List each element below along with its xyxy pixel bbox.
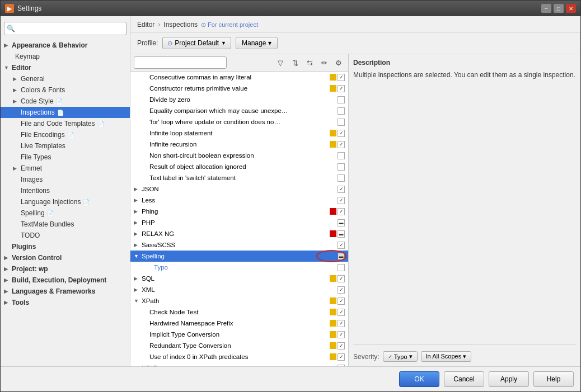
profile-icon: ⊙ bbox=[167, 40, 172, 47]
sidebar-item-emmet[interactable]: ▶ Emmet bbox=[1, 163, 130, 174]
inspection-checkbox[interactable] bbox=[338, 152, 345, 159]
list-item[interactable]: ▶ XSLT bbox=[130, 362, 348, 366]
list-item[interactable]: Infinite recursion bbox=[130, 139, 348, 150]
sidebar-item-file-code-templates[interactable]: File and Code Templates 📄 bbox=[1, 118, 130, 129]
inspection-checkbox[interactable] bbox=[338, 309, 345, 316]
inspection-checkbox[interactable] bbox=[338, 141, 345, 148]
inspection-checkbox[interactable] bbox=[338, 197, 345, 204]
inspection-checkbox[interactable] bbox=[338, 85, 345, 92]
cancel-button[interactable]: Cancel bbox=[444, 371, 484, 387]
inspection-checkbox[interactable] bbox=[338, 320, 345, 327]
inspection-checkbox[interactable] bbox=[338, 253, 345, 260]
sidebar-item-file-encodings[interactable]: File Encodings 📄 bbox=[1, 129, 130, 140]
inspection-checkbox[interactable] bbox=[338, 130, 345, 137]
close-button[interactable]: ✕ bbox=[566, 4, 576, 13]
inspection-checkbox[interactable] bbox=[338, 163, 345, 171]
inspection-checkbox[interactable] bbox=[338, 230, 345, 238]
edit-button[interactable]: ✏ bbox=[318, 56, 330, 69]
inspection-checkbox[interactable] bbox=[338, 342, 345, 350]
list-item[interactable]: ▶ SQL bbox=[130, 273, 348, 284]
inspection-checkbox[interactable] bbox=[338, 74, 345, 81]
list-item[interactable]: Text label in 'switch' statement bbox=[130, 172, 348, 183]
sidebar-item-colors-fonts[interactable]: ▶ Colors & Fonts bbox=[1, 84, 130, 96]
scope-dropdown-button[interactable]: In All Scopes ▾ bbox=[421, 351, 472, 362]
inspection-checkbox[interactable] bbox=[338, 264, 345, 271]
list-item[interactable]: Infinite loop statement bbox=[130, 127, 348, 139]
list-item[interactable]: Equality comparison which may cause unex… bbox=[130, 105, 348, 116]
profile-dropdown-button[interactable]: ⊙ Project Default ▼ bbox=[162, 37, 231, 49]
list-item[interactable]: Divide by zero bbox=[130, 94, 348, 105]
list-item[interactable]: Typo bbox=[130, 262, 348, 273]
inspection-checkbox[interactable] bbox=[338, 96, 345, 103]
sidebar-item-textmate[interactable]: TextMate Bundles bbox=[1, 219, 130, 230]
expand-all-button[interactable]: ⇅ bbox=[289, 56, 301, 69]
list-item[interactable]: ▶ PHP bbox=[130, 217, 348, 228]
sidebar-item-appearance[interactable]: ▶ Appearance & Behavior bbox=[1, 40, 130, 51]
apply-button[interactable]: Apply bbox=[489, 371, 529, 387]
list-item-spelling[interactable]: ▼ Spelling bbox=[130, 251, 348, 262]
list-item[interactable]: ▶ Phing bbox=[130, 206, 348, 217]
sidebar-item-inspections[interactable]: Inspections 📄 bbox=[1, 107, 130, 118]
sidebar-item-plugins[interactable]: Plugins bbox=[1, 241, 130, 252]
inspection-checkbox[interactable] bbox=[338, 119, 345, 126]
list-item[interactable]: 'for' loop where update or condition doe… bbox=[130, 116, 348, 127]
inspection-checkbox[interactable] bbox=[338, 242, 345, 249]
list-item[interactable]: ▶ XML bbox=[130, 284, 348, 295]
inspection-checkbox[interactable] bbox=[338, 297, 345, 305]
list-item[interactable]: ▶ RELAX NG bbox=[130, 228, 348, 239]
sidebar-item-language-injections[interactable]: Language Injections 📄 bbox=[1, 196, 130, 207]
list-item[interactable]: ▶ JSON bbox=[130, 183, 348, 195]
list-item[interactable]: ▼ XPath bbox=[130, 295, 348, 306]
sidebar-item-live-templates[interactable]: Live Templates bbox=[1, 140, 130, 152]
list-item[interactable]: ▶ Sass/SCSS bbox=[130, 239, 348, 251]
sidebar-item-build[interactable]: ▶ Build, Execution, Deployment bbox=[1, 275, 130, 286]
sidebar-item-file-types[interactable]: File Types bbox=[1, 152, 130, 163]
sidebar-item-version-control[interactable]: ▶ Version Control bbox=[1, 252, 130, 263]
ok-button[interactable]: OK bbox=[399, 371, 439, 387]
page-icon: 📄 bbox=[47, 210, 54, 216]
sidebar-item-label: Language Injections bbox=[21, 198, 81, 206]
for-current-project-link[interactable]: ⊙ For current project bbox=[201, 21, 258, 29]
help-button[interactable]: Help bbox=[533, 371, 574, 387]
minimize-button[interactable]: − bbox=[541, 4, 551, 13]
list-item[interactable]: Result of object allocation ignored bbox=[130, 161, 348, 172]
inspection-checkbox[interactable] bbox=[338, 353, 345, 361]
sidebar-item-todo[interactable]: TODO bbox=[1, 230, 130, 241]
collapse-all-button[interactable]: ⇆ bbox=[303, 56, 316, 69]
list-item[interactable]: Redundant Type Conversion bbox=[130, 340, 348, 351]
manage-button[interactable]: Manage ▾ bbox=[236, 37, 278, 49]
inspection-checkbox[interactable] bbox=[338, 275, 345, 282]
sidebar-item-general[interactable]: ▶ General bbox=[1, 73, 130, 84]
list-item[interactable]: Check Node Test bbox=[130, 306, 348, 318]
filter-button[interactable]: ▽ bbox=[274, 56, 287, 69]
sidebar-item-project[interactable]: ▶ Project: wp bbox=[1, 263, 130, 275]
settings-button[interactable]: ⚙ bbox=[332, 56, 345, 69]
sidebar-search-input[interactable] bbox=[4, 22, 126, 35]
list-item[interactable]: Implicit Type Conversion bbox=[130, 329, 348, 340]
sidebar-item-code-style[interactable]: ▶ Code Style 📄 bbox=[1, 96, 130, 107]
sidebar-item-tools[interactable]: ▶ Tools bbox=[1, 297, 130, 308]
inspections-search-input[interactable] bbox=[134, 56, 227, 69]
inspections-scroll[interactable]: Consecutive commas in array literal Cons… bbox=[130, 72, 348, 366]
inspection-checkbox[interactable] bbox=[338, 186, 345, 193]
inspection-checkbox[interactable] bbox=[338, 286, 345, 294]
list-item[interactable]: Hardwired Namespace Prefix bbox=[130, 318, 348, 329]
maximize-button[interactable]: □ bbox=[554, 4, 564, 13]
sidebar-item-keymap[interactable]: Keymap bbox=[1, 51, 130, 62]
inspection-checkbox[interactable] bbox=[338, 208, 345, 215]
sidebar-item-images[interactable]: Images bbox=[1, 174, 130, 185]
list-item[interactable]: ▶ Less bbox=[130, 195, 348, 206]
inspection-checkbox[interactable] bbox=[338, 219, 345, 226]
list-item[interactable]: Use of index 0 in XPath predicates bbox=[130, 351, 348, 362]
severity-dropdown-button[interactable]: ✓ Typo ▾ bbox=[383, 351, 418, 362]
list-item[interactable]: Non short-circuit boolean expression bbox=[130, 150, 348, 161]
sidebar-item-editor[interactable]: ▼ Editor bbox=[1, 62, 130, 73]
sidebar-item-intentions[interactable]: Intentions bbox=[1, 185, 130, 196]
inspection-checkbox[interactable] bbox=[338, 174, 345, 182]
inspection-checkbox[interactable] bbox=[338, 331, 345, 338]
list-item[interactable]: Constructor returns primitive value bbox=[130, 83, 348, 94]
sidebar-item-spelling[interactable]: Spelling 📄 bbox=[1, 207, 130, 219]
sidebar-item-languages[interactable]: ▶ Languages & Frameworks bbox=[1, 286, 130, 297]
inspection-checkbox[interactable] bbox=[338, 107, 345, 115]
list-item[interactable]: Consecutive commas in array literal bbox=[130, 72, 348, 83]
